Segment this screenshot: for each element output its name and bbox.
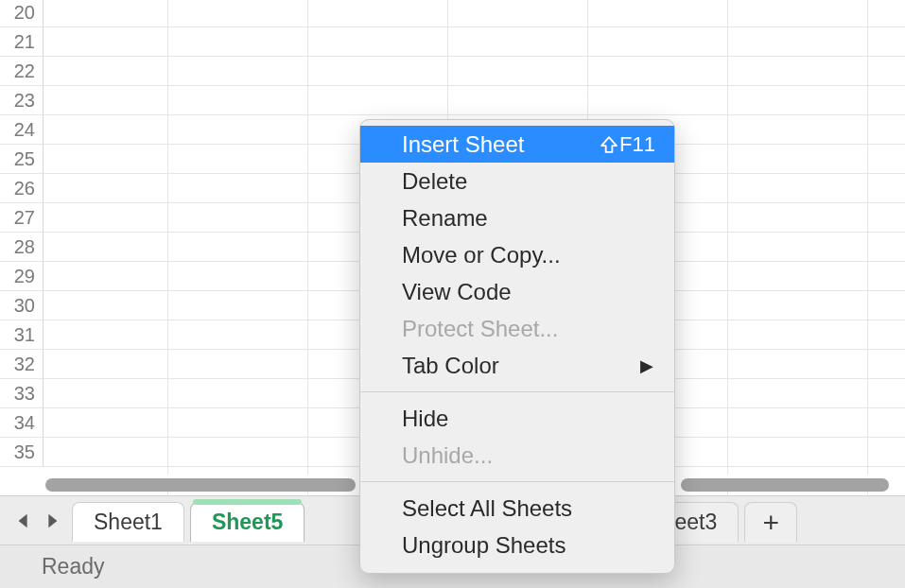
row-header[interactable]: 20 xyxy=(0,0,44,27)
row-header[interactable]: 29 xyxy=(0,262,44,291)
menu-label: Delete xyxy=(402,168,467,195)
menu-view-code[interactable]: View Code xyxy=(360,273,674,310)
row-header[interactable]: 31 xyxy=(0,320,44,350)
menu-hide[interactable]: Hide xyxy=(360,400,674,437)
row-header[interactable]: 35 xyxy=(0,438,44,467)
row-header[interactable]: 25 xyxy=(0,145,44,174)
chevron-right-icon: ▶ xyxy=(640,355,653,376)
menu-rename[interactable]: Rename xyxy=(360,199,674,236)
horizontal-scrollbar[interactable] xyxy=(681,478,889,492)
menu-tab-color[interactable]: Tab Color ▶ xyxy=(360,347,674,384)
row-header[interactable]: 21 xyxy=(0,27,44,57)
tab-scroll-right-button[interactable] xyxy=(38,500,66,542)
horizontal-scrollbar[interactable] xyxy=(45,478,356,492)
sheet-context-menu: Insert Sheet F11 Delete Rename Move or C… xyxy=(359,119,675,574)
shift-key-icon xyxy=(600,136,618,153)
row-header[interactable]: 27 xyxy=(0,203,44,233)
row-header[interactable]: 34 xyxy=(0,408,44,438)
menu-select-all-sheets[interactable]: Select All Sheets xyxy=(360,490,674,527)
row-header[interactable]: 33 xyxy=(0,379,44,408)
menu-label: Select All Sheets xyxy=(402,495,572,522)
row-header[interactable]: 32 xyxy=(0,350,44,379)
tab-label: Sheet5 xyxy=(212,510,283,535)
row-headers: 20 21 22 23 24 25 26 27 28 29 30 31 32 3… xyxy=(0,0,44,467)
menu-separator xyxy=(360,391,674,392)
menu-protect-sheet: Protect Sheet... xyxy=(360,310,674,347)
row-header[interactable]: 24 xyxy=(0,115,44,145)
menu-unhide: Unhide... xyxy=(360,437,674,474)
menu-label: Insert Sheet xyxy=(402,131,524,158)
menu-move-or-copy[interactable]: Move or Copy... xyxy=(360,236,674,273)
row-header[interactable]: 30 xyxy=(0,291,44,320)
tab-scroll-left-button[interactable] xyxy=(9,500,38,542)
menu-delete[interactable]: Delete xyxy=(360,163,674,199)
menu-ungroup-sheets[interactable]: Ungroup Sheets xyxy=(360,527,674,563)
row-header[interactable]: 23 xyxy=(0,86,44,115)
add-sheet-button[interactable]: + xyxy=(744,502,797,542)
tab-sheet1[interactable]: Sheet1 xyxy=(72,502,184,542)
menu-label: Tab Color xyxy=(402,353,499,379)
menu-label: Protect Sheet... xyxy=(402,316,558,342)
menu-label: Rename xyxy=(402,205,488,232)
svg-marker-1 xyxy=(48,513,57,527)
menu-insert-sheet[interactable]: Insert Sheet F11 xyxy=(360,126,674,163)
menu-label: View Code xyxy=(402,279,512,305)
menu-label: Ungroup Sheets xyxy=(402,532,566,559)
tab-label: Sheet1 xyxy=(94,510,163,535)
menu-label: Move or Copy... xyxy=(402,242,561,268)
tab-sheet5[interactable]: Sheet5 xyxy=(190,502,305,542)
svg-marker-0 xyxy=(19,513,27,527)
status-text: Ready xyxy=(42,554,104,579)
menu-separator xyxy=(360,481,674,482)
menu-label: Unhide... xyxy=(402,442,493,469)
row-header[interactable]: 22 xyxy=(0,57,44,86)
row-header[interactable]: 28 xyxy=(0,233,44,262)
plus-icon: + xyxy=(762,509,779,537)
row-header[interactable]: 26 xyxy=(0,174,44,203)
menu-shortcut: F11 xyxy=(600,132,655,157)
menu-label: Hide xyxy=(402,406,448,432)
